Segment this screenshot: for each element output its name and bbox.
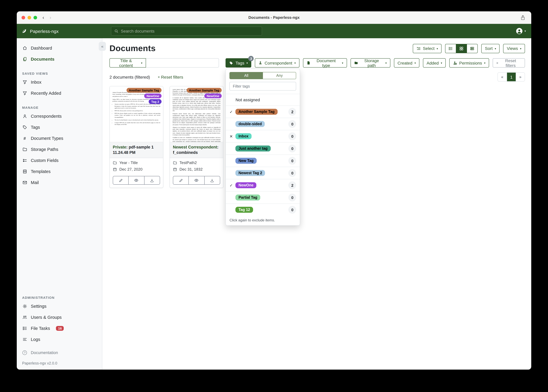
filter-tags-input[interactable]	[230, 82, 296, 91]
document-thumbnail[interactable]: Adobe Acrobat PDF Files Adobe® Portable …	[110, 86, 163, 142]
document-thumbnail[interactable]: Lorem ipsum dolor sit amet, consectetur …	[170, 86, 223, 142]
folder-icon	[354, 61, 358, 65]
tag-count: 2	[288, 108, 296, 116]
chevron-down-icon: ▾	[294, 62, 296, 64]
sidebar-item-label: Logs	[31, 337, 40, 342]
search-input[interactable]	[121, 29, 259, 33]
tag-pill[interactable]: Tag 2	[149, 99, 162, 104]
document-meta: Year - Title Dec 27, 2020	[110, 158, 163, 175]
preview-button[interactable]	[129, 176, 144, 185]
sidebar-item-correspondents[interactable]: Correspondents	[17, 111, 102, 122]
edit-button[interactable]	[113, 176, 129, 185]
sidebar-collapse-button[interactable]: «	[99, 42, 106, 51]
list-view-button[interactable]	[445, 44, 456, 53]
tags-logic-any[interactable]: Any	[263, 72, 296, 79]
select-label: Select	[423, 46, 434, 51]
sidebar-item-label: Documents	[31, 57, 54, 61]
tag-pill: Just another tag	[236, 146, 271, 152]
created-date-value: Dec 31, 1832	[180, 167, 203, 172]
sidebar-item-users-groups[interactable]: Users & Groups	[17, 312, 102, 323]
tags-logic-all[interactable]: All	[230, 72, 263, 79]
select-button[interactable]: Select ▾	[413, 44, 441, 53]
tag-pill: Tag 12	[236, 207, 253, 213]
tag-option-row[interactable]: New Tag 0	[226, 155, 300, 167]
document-card[interactable]: Lorem ipsum dolor sit amet, consectetur …	[170, 86, 224, 188]
tag-option-row[interactable]: Tag 12 0	[226, 204, 300, 216]
tag-option-row[interactable]: Just another tag 0	[226, 142, 300, 155]
tags-not-assigned-option[interactable]: Not assigned	[226, 94, 300, 106]
sidebar-item-document-types[interactable]: # Document Types	[17, 133, 102, 144]
app-window: ‹ › Documents - Paperless-ngx Paperless-…	[17, 11, 531, 370]
tag-option-row[interactable]: ✓ NewOne 2	[226, 179, 300, 191]
tag-pill[interactable]: NewOne	[144, 93, 162, 98]
created-filter-button[interactable]: Created ▾	[394, 58, 419, 68]
tag-option-row[interactable]: Partial Tag 0	[226, 191, 300, 204]
tag-pill[interactable]: Another Sample Tag	[126, 88, 162, 93]
sidebar-item-mail[interactable]: Mail	[17, 177, 102, 188]
status-row: 2 documents (filtered) × Reset filters «…	[109, 72, 525, 82]
sidebar-item-custom-fields[interactable]: Custom Fields	[17, 155, 102, 166]
chevron-down-icon: ▾	[414, 62, 416, 64]
detail-view-button[interactable]	[467, 44, 478, 53]
reset-filters-button[interactable]: × Reset filters	[493, 58, 525, 68]
global-search[interactable]	[111, 27, 262, 35]
thumb-paragraph: Curabitur eu enim orci. Vestibulum conse…	[173, 137, 220, 142]
minimize-window-button[interactable]	[28, 16, 31, 19]
zoom-window-button[interactable]	[34, 16, 37, 19]
sidebar-item-file-tasks[interactable]: File Tasks 16	[17, 323, 102, 334]
sidebar-item-documentation[interactable]: ? Documentation	[17, 347, 102, 358]
sidebar-item-recently-added[interactable]: Recently Added	[17, 88, 102, 98]
sidebar-item-tags[interactable]: Tags	[17, 122, 102, 133]
tag-option-row[interactable]: ✓ Another Sample Tag 2	[226, 106, 300, 118]
back-icon[interactable]: ‹	[43, 14, 44, 21]
tags-logic-toggle: All Any	[230, 72, 296, 79]
document-card[interactable]: Adobe Acrobat PDF Files Adobe® Portable …	[109, 86, 163, 188]
permissions-filter-button[interactable]: Permissions ▾	[449, 58, 489, 68]
sidebar-item-settings[interactable]: Settings	[17, 301, 102, 312]
download-button[interactable]	[204, 176, 220, 185]
tag-option-row[interactable]: ✕ Inbox 0	[226, 130, 300, 142]
document-title[interactable]: Private: pdf-sample 1 11.24.48 PM	[110, 142, 163, 158]
correspondent-filter-button[interactable]: Correspondent ▾	[255, 58, 299, 68]
edit-button[interactable]	[173, 176, 189, 185]
storage-path-value: TestPath2	[180, 161, 197, 165]
pagination-next-button[interactable]: »	[516, 73, 525, 81]
download-button[interactable]	[144, 176, 160, 185]
folder-icon	[22, 147, 27, 152]
reset-filters-link[interactable]: × Reset filters	[158, 75, 183, 79]
title-content-input[interactable]	[146, 58, 219, 68]
tags-filter-button[interactable]: Tags ▾	[226, 58, 252, 68]
thumb-bullet: PDF files always display exactly as crea…	[115, 113, 160, 119]
storage-path-filter-button[interactable]: Storage path ▾	[350, 58, 390, 68]
preview-button[interactable]	[189, 176, 205, 185]
tag-pill[interactable]: Another Sample Tag	[187, 88, 222, 93]
pagination: « 1 »	[498, 72, 525, 82]
sidebar-item-logs[interactable]: Logs	[17, 334, 102, 345]
close-window-button[interactable]	[22, 16, 25, 19]
tag-option-row[interactable]: double-sided 0	[226, 118, 300, 130]
pagination-page-1[interactable]: 1	[507, 73, 516, 81]
document-type-filter-button[interactable]: Document type ▾	[303, 58, 347, 68]
tag-option-row[interactable]: Newest Tag 2 0	[226, 167, 300, 179]
document-correspondent: Private	[113, 145, 126, 149]
pagination-prev-button[interactable]: «	[498, 73, 507, 81]
sidebar-item-storage-paths[interactable]: Storage Paths	[17, 144, 102, 155]
grid-view-button[interactable]	[456, 44, 467, 53]
document-title[interactable]: Newest Correspondent: f_combineds	[170, 142, 223, 158]
share-icon[interactable]	[520, 15, 525, 20]
app-body: Dashboard Documents SAVED VIEWS Inbox Re	[17, 38, 531, 370]
sidebar-item-documents[interactable]: Documents	[17, 54, 102, 64]
sort-button[interactable]: Sort ▾	[481, 44, 499, 53]
views-button[interactable]: Views ▾	[503, 44, 525, 53]
added-filter-button[interactable]: Added ▾	[423, 58, 446, 68]
brand[interactable]: Paperless-ngx	[17, 28, 102, 34]
question-circle-icon: ?	[22, 350, 27, 355]
sidebar-item-templates[interactable]: Templates	[17, 166, 102, 177]
sidebar-item-inbox[interactable]: Inbox	[17, 77, 102, 88]
tag-pill[interactable]: NewOne	[204, 93, 222, 98]
sidebar-item-dashboard[interactable]: Dashboard	[17, 42, 102, 54]
thumb-bullet: Compact PDF files are smaller than their…	[115, 122, 160, 126]
search-field-selector[interactable]: Title & content ▾	[109, 58, 146, 68]
account-menu[interactable]: ▾	[516, 28, 526, 34]
permissions-filter-label: Permissions	[459, 61, 482, 65]
